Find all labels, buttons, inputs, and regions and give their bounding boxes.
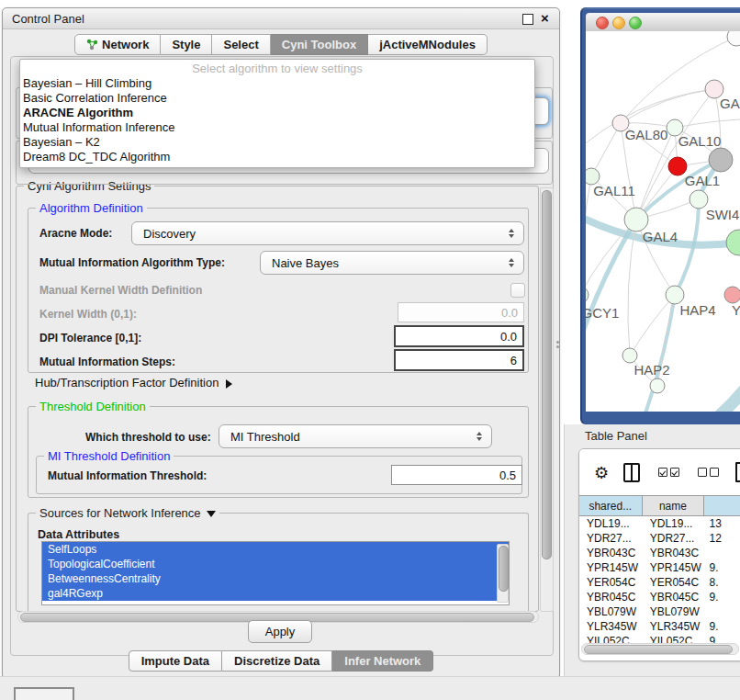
table-row[interactable]: YDL19...YDL19...13 (579, 516, 740, 531)
column-header-partial[interactable] (704, 496, 740, 515)
settings-vertical-scrollbar[interactable] (540, 187, 554, 612)
network-node[interactable] (586, 287, 589, 303)
collapsed-panel-fragment[interactable] (14, 687, 74, 700)
table-row[interactable]: YIL052CYIL052C9. (579, 634, 740, 643)
aracne-mode-label: Aracne Mode: (39, 227, 112, 240)
close-traffic-light[interactable] (596, 17, 609, 29)
network-node[interactable] (690, 190, 708, 209)
table-cell: 9. (705, 560, 740, 575)
dropdown-item-selected[interactable]: ARACNE Algorithm (20, 106, 534, 120)
table-row[interactable]: YBR045CYBR045C9. (579, 590, 740, 604)
zoom-traffic-light[interactable] (629, 17, 642, 29)
network-node-label: GAL4 (643, 229, 678, 244)
tab-style-label: Style (172, 35, 200, 54)
table-body: YDL19...YDL19...13YDR27...YDR27...12YBR0… (579, 516, 740, 643)
dropdown-item[interactable]: Dream8 DC_TDC Algorithm (20, 150, 534, 164)
network-canvas[interactable]: GALGAL80GAL10GAL1GAL11SWI4GAL4GCY1HAP4YH… (586, 31, 740, 412)
attributes-scrollbar-thumb[interactable] (499, 546, 509, 592)
attribute-item-selected[interactable]: TopologicalCoefficient (42, 557, 509, 571)
aracne-mode-combo[interactable]: Discovery (131, 221, 524, 245)
tab-cyni-toolbox-label: Cyni Toolbox (282, 35, 356, 54)
collapsed-arrow-icon (226, 379, 232, 389)
gear-icon[interactable]: ⚙ (594, 463, 609, 482)
network-edge[interactable] (591, 123, 621, 176)
mi-threshold-definition-title: MI Threshold Definition (44, 449, 174, 463)
mi-algorithm-type-combo[interactable]: Naive Bayes (260, 251, 524, 275)
mi-algorithm-type-label: Mutual Information Algorithm Type: (39, 256, 225, 269)
network-node[interactable] (650, 378, 665, 393)
network-node[interactable] (709, 148, 733, 172)
dropdown-item[interactable]: Mutual Information Inference (20, 120, 534, 135)
dropdown-item[interactable]: Bayesian – Hill Climbing (20, 76, 534, 91)
network-svg: GALGAL80GAL10GAL1GAL11SWI4GAL4GCY1HAP4YH… (586, 31, 740, 412)
apply-button[interactable]: Apply (248, 620, 312, 643)
mi-steps-field[interactable]: 6 (394, 349, 524, 371)
document-icon[interactable] (735, 462, 740, 482)
column-header-shared-name[interactable]: shared... (579, 496, 643, 515)
table-cell: 12 (705, 531, 740, 546)
network-node[interactable] (724, 287, 740, 303)
float-window-icon[interactable] (522, 14, 533, 25)
close-icon[interactable]: × (541, 10, 549, 26)
mi-threshold-field[interactable]: 0.5 (391, 465, 522, 485)
network-node[interactable] (726, 230, 740, 255)
tab-impute-data[interactable]: Impute Data (129, 650, 222, 672)
table-row[interactable]: YDR27...YDR27...12 (579, 531, 740, 546)
table-row[interactable]: YBL079WYBL079W (579, 604, 740, 619)
tab-network[interactable]: Network (74, 34, 161, 55)
dropdown-item[interactable]: Basic Correlation Inference (20, 91, 534, 106)
network-node[interactable] (666, 286, 684, 304)
hub-tf-definition-toggle[interactable]: Hub/Transcription Factor Definition (35, 376, 232, 390)
tab-select[interactable]: Select (212, 34, 270, 55)
network-node-label: GAL1 (685, 173, 720, 188)
select-all-checkboxes-icon[interactable] (658, 468, 679, 477)
network-edge[interactable] (664, 362, 740, 412)
threshold-definition-group: Threshold Definition Which threshold to … (28, 406, 529, 498)
mi-threshold-definition-group: MI Threshold Definition Mutual Informati… (36, 456, 522, 494)
network-node[interactable] (622, 348, 637, 363)
table-cell: YBR045C (579, 590, 643, 604)
which-threshold-label: Which threshold to use: (85, 431, 211, 444)
attributes-list-scrollbar[interactable] (497, 544, 509, 603)
expanded-arrow-icon (207, 511, 216, 517)
kernel-width-field[interactable]: 0.0 (398, 302, 524, 322)
network-node-label: GAL10 (678, 133, 722, 149)
column-header-name[interactable]: name (643, 496, 705, 515)
table-row[interactable]: YBR043CYBR043C (579, 546, 740, 560)
dropdown-item[interactable]: Bayesian – K2 (20, 135, 534, 150)
table-cell: YLR345W (579, 619, 643, 634)
attribute-item-selected[interactable]: BetweennessCentrality (42, 571, 509, 586)
control-panel-titlebar[interactable]: Control Panel × (3, 8, 559, 29)
attribute-item-selected[interactable]: SelfLoops (42, 542, 509, 557)
panel-splitter-handle[interactable] (556, 341, 559, 344)
column-view-icon[interactable] (623, 463, 640, 482)
tab-infer-network[interactable]: Infer Network (332, 650, 433, 672)
network-node[interactable] (727, 31, 740, 46)
network-edge[interactable] (639, 295, 675, 412)
which-threshold-combo[interactable]: MI Threshold (219, 424, 492, 448)
manual-kernel-width-checkbox[interactable] (510, 283, 525, 298)
network-edge[interactable] (675, 119, 740, 128)
table-row[interactable]: YER054CYER054C8. (579, 575, 740, 590)
deselect-all-checkboxes-icon[interactable] (698, 468, 719, 477)
attribute-item-selected[interactable]: gal4RGexp (42, 586, 509, 601)
dpi-tolerance-field[interactable]: 0.0 (394, 325, 524, 347)
table-cell: YBL079W (643, 604, 705, 619)
aracne-mode-value: Discovery (132, 227, 503, 241)
table-horizontal-scrollbar[interactable] (581, 643, 739, 655)
table-cell: 8. (705, 575, 740, 590)
settings-scrollbar-thumb[interactable] (542, 190, 552, 559)
tab-impute-data-label: Impute Data (141, 654, 209, 668)
network-edge[interactable] (621, 89, 714, 123)
table-hscrollbar-thumb[interactable] (584, 645, 733, 654)
sources-title[interactable]: Sources for Network Inference (36, 506, 219, 520)
network-window-titlebar[interactable] (586, 13, 740, 32)
table-cell: 13 (705, 516, 740, 531)
table-row[interactable]: YLR345WYLR345W9. (579, 619, 740, 634)
table-row[interactable]: YPR145WYPR145W9. (579, 560, 740, 575)
tab-discretize-data[interactable]: Discretize Data (222, 650, 332, 672)
minimize-traffic-light[interactable] (612, 17, 625, 29)
tab-style[interactable]: Style (161, 34, 212, 55)
tab-jactivemnodules[interactable]: jActiveMNodules (368, 34, 488, 55)
tab-cyni-toolbox[interactable]: Cyni Toolbox (271, 34, 368, 55)
